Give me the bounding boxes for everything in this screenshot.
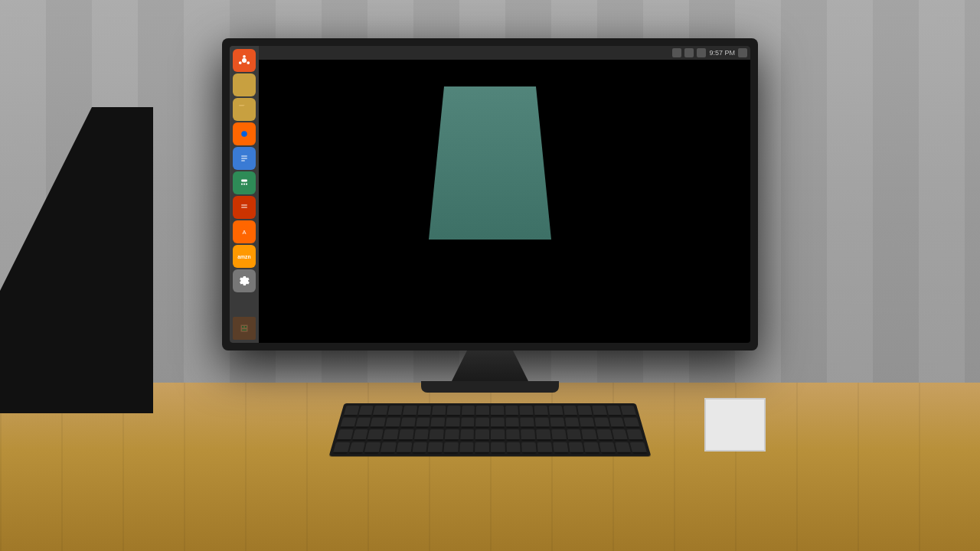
key	[599, 442, 616, 453]
key	[615, 442, 632, 453]
firefox-icon[interactable]	[233, 122, 256, 145]
svg-rect-13	[241, 180, 247, 182]
key	[413, 429, 429, 441]
key	[475, 429, 489, 441]
svg-rect-28	[242, 330, 247, 331]
key	[400, 417, 416, 428]
key	[506, 429, 521, 441]
key	[583, 442, 599, 453]
key	[537, 442, 553, 453]
svg-rect-5	[239, 106, 250, 115]
key	[609, 417, 625, 428]
calculator-icon[interactable]	[233, 171, 256, 194]
key	[553, 442, 568, 453]
key	[596, 429, 612, 441]
key	[445, 429, 459, 441]
key	[371, 417, 386, 428]
key	[627, 429, 644, 441]
ubuntu-topbar: 9:57 PM	[230, 46, 750, 60]
key	[348, 442, 365, 453]
key	[417, 406, 432, 416]
key	[551, 429, 567, 441]
amazon-icon[interactable]: amzn	[233, 245, 256, 268]
svg-point-7	[241, 131, 247, 137]
key	[580, 417, 595, 428]
key	[462, 406, 475, 416]
minecraft-taskbar-icon[interactable]	[233, 317, 256, 340]
key	[594, 417, 609, 428]
key	[568, 442, 584, 453]
key	[534, 406, 548, 416]
key	[432, 406, 446, 416]
sound-icon	[684, 48, 694, 57]
key	[564, 417, 580, 428]
key	[383, 429, 399, 441]
key	[364, 442, 381, 453]
room-background: 9:57 PM	[0, 0, 980, 551]
key	[521, 417, 534, 428]
key	[352, 429, 368, 441]
key	[385, 417, 400, 428]
key	[621, 406, 637, 416]
key	[368, 429, 384, 441]
key	[563, 406, 577, 416]
key	[446, 406, 460, 416]
key	[536, 429, 550, 441]
key	[412, 442, 427, 453]
monitor-base	[421, 381, 559, 393]
key	[592, 406, 607, 416]
svg-point-1	[242, 58, 247, 63]
key	[606, 406, 622, 416]
key	[567, 429, 582, 441]
software-center-icon[interactable]: A	[233, 220, 256, 243]
battery-icon	[697, 48, 706, 57]
key	[460, 429, 475, 441]
key	[505, 406, 519, 416]
ubuntu-taskbar: A amzn	[230, 46, 259, 343]
key	[550, 417, 564, 428]
svg-text:amzn: amzn	[237, 254, 250, 259]
text-editor-icon[interactable]	[233, 147, 256, 170]
folder-icon[interactable]	[233, 98, 256, 121]
key	[387, 406, 403, 416]
key	[630, 442, 647, 453]
svg-point-16	[246, 183, 247, 184]
key	[491, 429, 505, 441]
settings-icon[interactable]	[233, 269, 256, 292]
key	[577, 406, 593, 416]
svg-point-15	[243, 183, 245, 184]
ubuntu-icon[interactable]	[233, 49, 256, 72]
key	[506, 442, 521, 453]
key	[428, 442, 443, 453]
svg-rect-25	[241, 325, 248, 332]
key	[521, 442, 536, 453]
key	[505, 417, 519, 428]
svg-text:A: A	[242, 229, 246, 236]
files-icon[interactable]	[233, 73, 256, 96]
key	[373, 406, 388, 416]
key	[521, 429, 535, 441]
key	[443, 442, 458, 453]
key	[491, 417, 505, 428]
key	[581, 429, 597, 441]
svg-point-2	[243, 55, 246, 58]
key	[344, 406, 360, 416]
svg-rect-26	[242, 326, 243, 328]
key	[475, 417, 489, 428]
key	[612, 429, 628, 441]
key	[340, 417, 356, 428]
document-icon[interactable]	[233, 196, 256, 219]
key	[623, 417, 639, 428]
svg-rect-27	[245, 326, 247, 328]
key	[396, 442, 412, 453]
key	[333, 442, 350, 453]
network-icon	[672, 48, 681, 57]
key	[491, 406, 504, 416]
power-icon	[738, 48, 747, 57]
key	[476, 406, 489, 416]
svg-point-4	[239, 61, 242, 64]
held-item-block	[704, 398, 766, 452]
key	[358, 406, 374, 416]
key	[459, 442, 474, 453]
key	[337, 429, 354, 441]
